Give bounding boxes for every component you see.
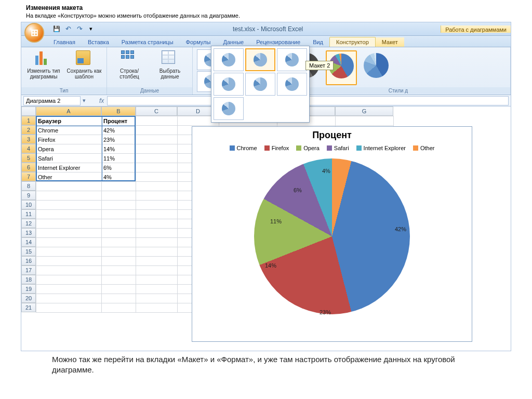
col-header-b[interactable]: B <box>101 107 136 116</box>
row-header-8[interactable]: 8 <box>21 181 36 191</box>
cell[interactable] <box>36 182 102 191</box>
cell[interactable] <box>36 191 102 201</box>
cell[interactable] <box>102 229 136 238</box>
row-header-20[interactable]: 20 <box>21 294 36 303</box>
cell[interactable] <box>36 247 102 257</box>
cell[interactable] <box>136 294 178 303</box>
cell[interactable] <box>136 238 178 247</box>
name-box[interactable] <box>23 96 81 105</box>
dropdown-layout-1[interactable] <box>214 48 244 71</box>
row-header-3[interactable]: 3 <box>21 135 36 144</box>
row-header-9[interactable]: 9 <box>21 191 36 200</box>
cell[interactable] <box>136 303 178 313</box>
cell[interactable] <box>136 266 178 275</box>
chart-title[interactable]: Процент <box>192 127 472 143</box>
col-header-a[interactable]: A <box>36 107 101 116</box>
dropdown-layout-2[interactable]: Макет 2 <box>245 48 275 71</box>
row-header-13[interactable]: 13 <box>21 228 36 237</box>
cell[interactable] <box>102 182 136 191</box>
cell[interactable]: Internet Explorer <box>36 163 102 172</box>
cell[interactable] <box>136 210 178 219</box>
cell[interactable]: 6% <box>102 163 136 172</box>
row-header-1[interactable]: 1 <box>21 116 36 125</box>
cell[interactable]: Opera <box>36 144 102 154</box>
cell[interactable] <box>102 303 136 313</box>
row-header-14[interactable]: 14 <box>21 237 36 247</box>
row-header-10[interactable]: 10 <box>21 200 36 209</box>
cell[interactable]: Процент <box>102 116 136 126</box>
cell[interactable] <box>36 219 102 229</box>
style-option-3[interactable] <box>361 50 391 85</box>
row-header-7[interactable]: 7 <box>21 172 36 181</box>
cell[interactable] <box>36 303 102 313</box>
cell[interactable] <box>36 285 102 294</box>
cell[interactable] <box>36 201 102 210</box>
row-header-12[interactable]: 12 <box>21 219 36 228</box>
cell[interactable] <box>136 116 178 126</box>
cell[interactable] <box>36 238 102 247</box>
save-as-template-button[interactable]: Сохранить как шаблон <box>65 48 103 87</box>
dropdown-layout-6[interactable] <box>277 73 307 96</box>
cell[interactable]: 4% <box>102 172 136 182</box>
cell[interactable] <box>102 238 136 247</box>
cell[interactable] <box>102 201 136 210</box>
cell[interactable] <box>102 219 136 229</box>
cell[interactable] <box>102 210 136 219</box>
pie-chart[interactable] <box>254 158 410 314</box>
cell[interactable] <box>102 266 136 275</box>
cell[interactable] <box>36 257 102 266</box>
row-header-4[interactable]: 4 <box>21 144 36 153</box>
row-header-2[interactable]: 2 <box>21 125 36 135</box>
redo-icon[interactable]: ↷ <box>75 25 84 33</box>
tab-insert[interactable]: Вставка <box>82 37 115 47</box>
save-icon[interactable]: 💾 <box>52 25 61 33</box>
office-button[interactable]: ⊞ <box>24 23 44 43</box>
row-header-5[interactable]: 5 <box>21 153 36 163</box>
cell[interactable] <box>136 172 178 182</box>
select-data-button[interactable]: Выбрать данные <box>151 48 189 87</box>
col-header-c[interactable]: C <box>136 107 177 116</box>
cell[interactable] <box>102 294 136 303</box>
tab-home[interactable]: Главная <box>47 37 82 47</box>
cell[interactable]: 11% <box>102 154 136 163</box>
row-header-6[interactable]: 6 <box>21 163 36 172</box>
cell[interactable] <box>136 247 178 257</box>
tab-page-layout[interactable]: Разметка страницы <box>115 37 180 47</box>
cell[interactable] <box>136 275 178 285</box>
cell[interactable] <box>336 116 394 126</box>
cell[interactable] <box>136 257 178 266</box>
cell[interactable] <box>136 229 178 238</box>
row-header-15[interactable]: 15 <box>21 247 36 256</box>
cell[interactable] <box>136 154 178 163</box>
row-header-19[interactable]: 19 <box>21 284 36 294</box>
cell[interactable]: Firefox <box>36 135 102 144</box>
cell[interactable] <box>36 266 102 275</box>
cell[interactable]: Chrome <box>36 126 102 135</box>
dropdown-layout-4[interactable] <box>214 73 244 96</box>
dropdown-layout-3[interactable] <box>277 48 307 71</box>
cell[interactable] <box>136 285 178 294</box>
cell[interactable]: Other <box>36 172 102 182</box>
cell[interactable]: Safari <box>36 154 102 163</box>
cell[interactable] <box>136 135 178 144</box>
select-all-corner[interactable] <box>21 107 36 116</box>
cell[interactable] <box>36 210 102 219</box>
name-box-dropdown-icon[interactable]: ▾ <box>83 97 86 104</box>
cell[interactable] <box>102 275 136 285</box>
row-header-21[interactable]: 21 <box>21 303 36 312</box>
cell[interactable] <box>36 294 102 303</box>
cell[interactable] <box>102 285 136 294</box>
cell[interactable] <box>36 229 102 238</box>
cell[interactable] <box>136 219 178 229</box>
switch-row-column-button[interactable]: Строка/столбец <box>110 48 149 87</box>
tab-view[interactable]: Вид <box>307 37 329 47</box>
cell[interactable] <box>136 191 178 201</box>
cell[interactable] <box>136 163 178 172</box>
fx-icon[interactable]: fx <box>99 97 104 104</box>
cell[interactable] <box>102 257 136 266</box>
cell[interactable] <box>136 201 178 210</box>
dropdown-layout-5[interactable] <box>245 73 275 96</box>
cell[interactable] <box>136 144 178 154</box>
change-chart-type-button[interactable]: Изменить тип диаграммы <box>24 48 63 87</box>
undo-icon[interactable]: ↶ <box>64 25 72 33</box>
